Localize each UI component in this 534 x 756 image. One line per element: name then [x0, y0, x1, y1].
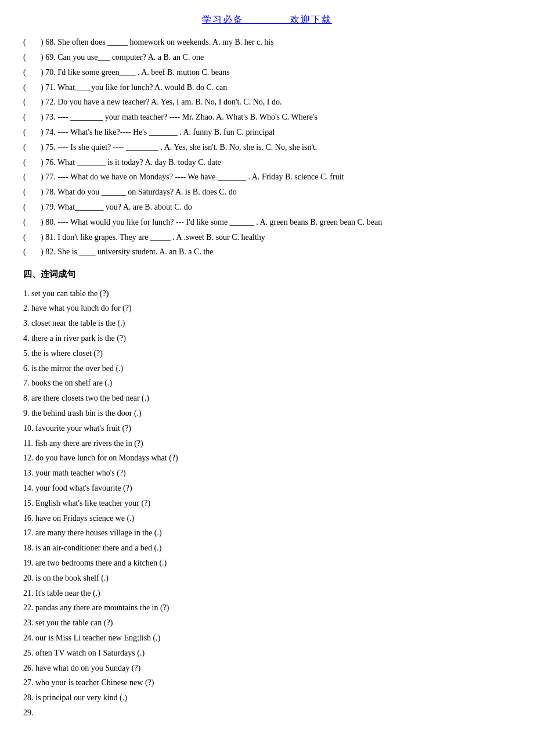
mcq-text: ) 80. ---- What would you like for lunch…: [41, 215, 511, 229]
sentence-item: 28. is principal our very kind (.): [23, 691, 511, 705]
sentence-item: 24. our is Miss Li teacher new Eng;lish …: [23, 631, 511, 645]
mcq-item: ( ) 73. ---- ________ your math teacher?…: [23, 110, 511, 124]
sentence-item: 6. is the mirror the over bed (.): [23, 362, 511, 376]
mcq-text: ) 68. She often does _____ homework on w…: [41, 35, 511, 49]
sentence-item: 14. your food what's favourite (?): [23, 481, 511, 495]
mcq-text: ) 71. What____you like for lunch? A. wou…: [41, 81, 511, 95]
sentence-item: 17. are many there houses village in the…: [23, 526, 511, 540]
sentence-item: 8. are there closets two the bed near (.…: [23, 391, 511, 405]
mcq-item: ( ) 71. What____you like for lunch? A. w…: [23, 81, 511, 95]
mcq-text: ) 70. I'd like some green____ . A. beef …: [41, 66, 511, 80]
multiple-choice-section: ( ) 68. She often does _____ homework on…: [23, 35, 511, 259]
sentence-item: 7. books the on shelf are (.): [23, 376, 511, 390]
paren: (: [23, 200, 41, 214]
mcq-text: ) 72. Do you have a new teacher? A. Yes,…: [41, 95, 511, 109]
mcq-item: ( ) 74. ---- What's he like?---- He's __…: [23, 125, 511, 139]
mcq-item: ( ) 79. What_______ you? A. are B. about…: [23, 200, 511, 214]
sentence-list: 1. set you can table the (?)2. have what…: [23, 287, 511, 720]
sentence-item: 15. English what's like teacher your (?): [23, 496, 511, 510]
mcq-text: ) 75. ---- Is she quiet? ---- ________ .…: [41, 141, 511, 154]
mcq-text: ) 69. Can you use___ computer? A. a B. a…: [41, 51, 511, 64]
sentence-item: 16. have on Fridays science we (.): [23, 512, 511, 525]
sentence-item: 23. set you the table can (?): [23, 616, 511, 630]
sentence-item: 12. do you have lunch for on Mondays wha…: [23, 451, 511, 465]
sentence-item: 13. your math teacher who's (?): [23, 466, 511, 480]
paren: (: [23, 125, 41, 139]
sentence-item: 9. the behind trash bin is the door (.): [23, 406, 511, 420]
sentence-item: 2. have what you lunch do for (?): [23, 301, 511, 315]
mcq-item: ( ) 68. She often does _____ homework on…: [23, 35, 511, 49]
mcq-item: ( ) 77. ---- What do we have on Mondays?…: [23, 170, 511, 184]
sentence-item: 29.: [23, 706, 511, 720]
mcq-item: ( ) 69. Can you use___ computer? A. a B.…: [23, 51, 511, 64]
paren: (: [23, 156, 41, 170]
mcq-text: ) 73. ---- ________ your math teacher? -…: [41, 110, 511, 124]
paren: (: [23, 245, 41, 259]
sentence-item: 1. set you can table the (?): [23, 287, 511, 301]
mcq-text: ) 81. I don't like grapes. They are ____…: [41, 231, 511, 244]
paren: (: [23, 170, 41, 184]
mcq-text: ) 74. ---- What's he like?---- He's ____…: [41, 125, 511, 139]
paren: (: [23, 66, 41, 80]
paren: (: [23, 35, 41, 49]
paren: (: [23, 231, 41, 244]
paren: (: [23, 141, 41, 154]
mcq-item: ( ) 76. What _______ is it today? A. day…: [23, 156, 511, 170]
mcq-text: ) 79. What_______ you? A. are B. about C…: [41, 200, 511, 214]
sentence-item: 3. closet near the table is the (.): [23, 316, 511, 330]
paren: (: [23, 110, 41, 124]
section-title: 四、连词成句: [23, 267, 511, 282]
paren: (: [23, 215, 41, 229]
mcq-item: ( ) 78. What do you ______ on Saturdays?…: [23, 185, 511, 199]
paren: (: [23, 81, 41, 95]
mcq-item: ( ) 80. ---- What would you like for lun…: [23, 215, 511, 229]
sentence-item: 19. are two bedrooms there and a kitchen…: [23, 556, 511, 570]
mcq-item: ( ) 82. She is ____ university student. …: [23, 245, 511, 259]
sentence-item: 11. fish any there are rivers the in (?): [23, 437, 511, 451]
sentence-item: 22. pandas any there are mountains the i…: [23, 601, 511, 615]
sentence-item: 18. is an air-conditioner there and a be…: [23, 541, 511, 555]
mcq-text: ) 76. What _______ is it today? A. day B…: [41, 156, 511, 170]
sentence-item: 27. who your is teacher Chinese new (?): [23, 676, 511, 690]
sentence-item: 26. have what do on you Sunday (?): [23, 661, 511, 675]
sentence-item: 21. It's table near the (.): [23, 586, 511, 600]
sentence-item: 10. favourite your what's fruit (?): [23, 422, 511, 435]
sentence-item: 20. is on the book shelf (.): [23, 571, 511, 585]
sentence-item: 4. there a in river park is the (?): [23, 332, 511, 345]
mcq-text: ) 82. She is ____ university student. A.…: [41, 245, 511, 259]
page-header: 学习必备________欢迎下载: [23, 12, 511, 27]
sentence-item: 5. the is where closet (?): [23, 347, 511, 361]
paren: (: [23, 185, 41, 199]
mcq-item: ( ) 81. I don't like grapes. They are __…: [23, 231, 511, 244]
mcq-item: ( ) 75. ---- Is she quiet? ---- ________…: [23, 141, 511, 154]
header-link[interactable]: 学习必备________欢迎下载: [202, 15, 332, 24]
mcq-item: ( ) 70. I'd like some green____ . A. bee…: [23, 66, 511, 80]
sentence-item: 25. often TV watch on I Saturdays (.): [23, 646, 511, 660]
mcq-text: ) 78. What do you ______ on Saturdays? A…: [41, 185, 511, 199]
mcq-text: ) 77. ---- What do we have on Mondays? -…: [41, 170, 511, 184]
mcq-item: ( ) 72. Do you have a new teacher? A. Ye…: [23, 95, 511, 109]
paren: (: [23, 95, 41, 109]
paren: (: [23, 51, 41, 64]
